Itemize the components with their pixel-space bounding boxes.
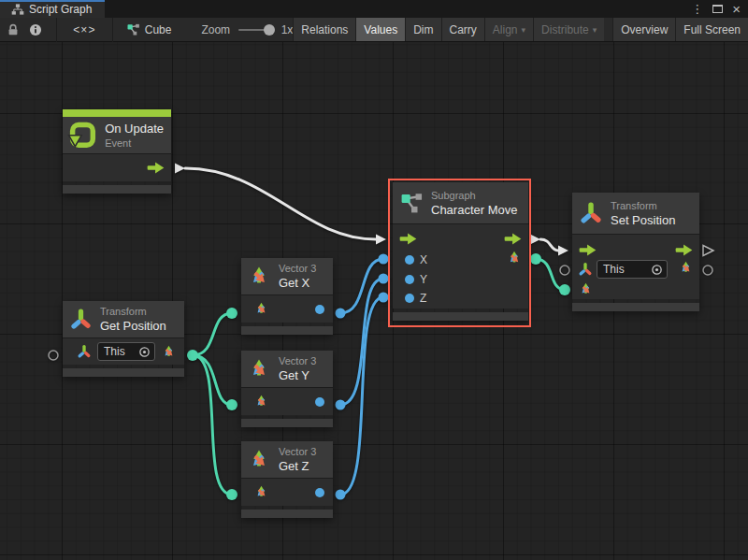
- wire-getz-to-z: [340, 297, 383, 495]
- flow-input-icon[interactable]: [579, 244, 597, 256]
- node-get-z[interactable]: Vector 3 Get Z: [241, 441, 333, 518]
- port-row-y[interactable]: Y: [397, 273, 435, 286]
- float-output-icon[interactable]: [315, 397, 324, 407]
- zoom-slider[interactable]: [238, 29, 273, 31]
- tab-script-graph[interactable]: Script Graph: [0, 0, 105, 18]
- graph-target-icon: [126, 22, 140, 36]
- wire-vector-charactermove-to-setposition: [536, 259, 565, 290]
- z-port-icon[interactable]: [405, 294, 414, 303]
- info-icon[interactable]: [28, 22, 43, 37]
- x-port-icon[interactable]: [405, 255, 414, 265]
- z-port-label: Z: [420, 292, 426, 305]
- node-header[interactable]: On Update Event: [63, 117, 171, 153]
- vector3-input-icon[interactable]: [253, 484, 269, 500]
- port-value-out-setposition-unconnected: [703, 266, 712, 275]
- toolbar-button-distribute: Distribute▾: [533, 18, 604, 41]
- toolbar-button-relations[interactable]: Relations: [293, 18, 355, 41]
- vector3-input-icon[interactable]: [578, 281, 594, 297]
- node-category: Subgraph: [431, 189, 517, 202]
- vector3-output-icon[interactable]: [506, 250, 523, 266]
- toolbar-button-values[interactable]: Values: [355, 18, 405, 41]
- float-output-icon[interactable]: [315, 305, 324, 314]
- y-port-icon[interactable]: [405, 275, 414, 284]
- vector3-icon: [247, 357, 271, 381]
- node-get-y[interactable]: Vector 3 Get Y: [241, 351, 333, 427]
- port-flow-out-onupdate: [175, 164, 185, 174]
- node-footer: [63, 368, 184, 377]
- toolbar-button-fullscreen[interactable]: Full Screen: [675, 18, 748, 41]
- node-footer: [393, 312, 528, 321]
- flow-input-icon[interactable]: [399, 233, 417, 245]
- node-title: Character Move: [431, 202, 517, 218]
- node-footer: [241, 510, 333, 518]
- node-header[interactable]: Vector 3 Get Y: [241, 351, 333, 387]
- node-title: Get X: [279, 275, 316, 291]
- node-header[interactable]: Vector 3 Get X: [241, 258, 333, 294]
- wire-getposition-to-getx: [193, 313, 232, 355]
- float-output-icon[interactable]: [315, 488, 324, 497]
- graph-canvas[interactable]: On Update Event Subgraph Character Move: [0, 42, 748, 560]
- node-header[interactable]: Vector 3 Get Z: [241, 441, 333, 478]
- node-title: Get Z: [279, 458, 316, 474]
- node-body: [241, 478, 333, 506]
- node-category: Transform: [100, 305, 166, 318]
- toolbar-button-carry[interactable]: Carry: [441, 18, 484, 41]
- toolbar-button-overview[interactable]: Overview: [612, 18, 675, 41]
- target-field-value: This: [104, 345, 125, 358]
- graph-target-label[interactable]: Cube: [145, 23, 172, 36]
- object-picker-icon[interactable]: [651, 264, 663, 276]
- object-picker-icon[interactable]: [138, 346, 151, 358]
- toolbar-button-dim[interactable]: Dim: [405, 18, 440, 41]
- node-title: On Update: [105, 121, 164, 136]
- transform-port-icon[interactable]: [77, 344, 92, 359]
- vector3-icon: [247, 265, 271, 289]
- flow-output-icon[interactable]: [147, 162, 165, 174]
- node-body: [241, 387, 333, 415]
- vector3-output-icon[interactable]: [161, 344, 177, 360]
- target-field[interactable]: This: [597, 260, 668, 279]
- subgraph-icon: [399, 191, 424, 215]
- transform-port-icon[interactable]: [578, 262, 593, 277]
- node-footer: [572, 303, 699, 311]
- flow-output-icon[interactable]: [675, 244, 693, 256]
- node-title: Get Y: [279, 367, 316, 383]
- port-target-in-getposition-unconnected: [49, 351, 58, 360]
- wire-getx-to-x: [340, 259, 383, 313]
- maximize-icon[interactable]: [712, 5, 723, 13]
- wire-charactermove-to-setposition: [540, 239, 558, 251]
- close-icon[interactable]: ×: [732, 3, 741, 15]
- node-set-position[interactable]: Transform Set Position This: [572, 193, 699, 311]
- vector3-input-icon[interactable]: [253, 301, 269, 317]
- node-get-x[interactable]: Vector 3 Get X: [241, 258, 333, 335]
- port-row-x[interactable]: X: [397, 253, 435, 266]
- wire-getposition-to-gety: [193, 355, 232, 405]
- vector3-input-icon[interactable]: [253, 394, 269, 409]
- node-header[interactable]: Subgraph Character Move: [393, 182, 528, 223]
- port-flow-out-setposition-unconnected: [703, 246, 713, 256]
- toolbar-button-align: Align▾: [484, 18, 533, 41]
- node-body: This: [63, 337, 184, 365]
- node-on-update[interactable]: On Update Event: [63, 109, 171, 194]
- node-header[interactable]: Transform Get Position: [63, 301, 184, 337]
- port-row-z[interactable]: Z: [397, 292, 434, 305]
- port-target-in-setposition-unconnected: [560, 266, 569, 275]
- vector3-output-icon[interactable]: [678, 260, 694, 276]
- zoom-slider-knob[interactable]: [264, 24, 275, 36]
- flow-output-icon[interactable]: [504, 233, 522, 245]
- window-menu-icon[interactable]: ⋮: [691, 3, 703, 15]
- code-view-toggle[interactable]: <×>: [73, 23, 95, 36]
- node-category: Vector 3: [279, 354, 316, 367]
- node-footer: [241, 326, 333, 335]
- node-title: Set Position: [611, 212, 675, 228]
- lock-icon[interactable]: [6, 22, 21, 37]
- wire-onupdate-to-charactermove: [185, 168, 376, 239]
- node-body: X Y Z: [393, 223, 528, 309]
- node-get-position[interactable]: Transform Get Position This: [63, 301, 184, 377]
- chevron-down-icon: ▾: [522, 25, 526, 35]
- node-character-move[interactable]: Subgraph Character Move X Y Z: [393, 182, 528, 321]
- x-port-label: X: [420, 253, 427, 266]
- node-header[interactable]: Transform Set Position: [572, 193, 699, 234]
- transform-icon: [69, 308, 93, 331]
- y-port-label: Y: [420, 273, 427, 286]
- target-field[interactable]: This: [97, 342, 155, 361]
